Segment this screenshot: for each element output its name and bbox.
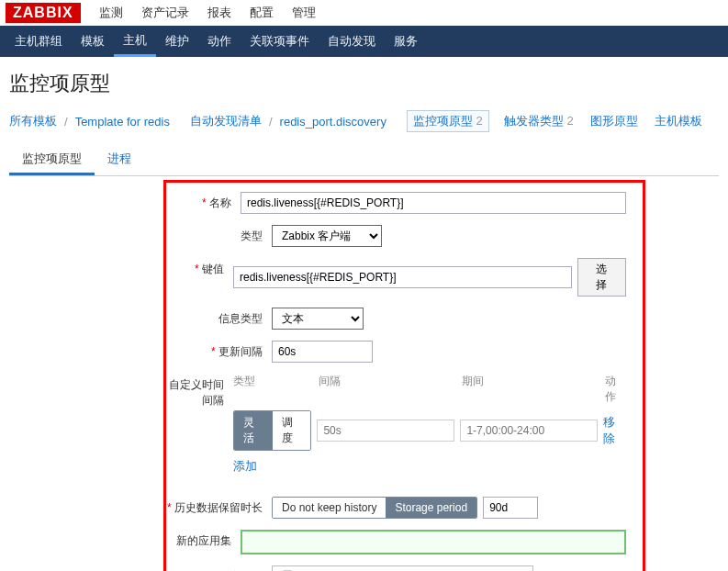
int-head-period: 期间 [462, 374, 605, 405]
int-seg-dispatch[interactable]: 调度 [273, 411, 311, 450]
topmenu-config[interactable]: 配置 [241, 1, 283, 25]
bc-discovery-list[interactable]: 自动发现清单 [190, 113, 262, 129]
select-button[interactable]: 选择 [577, 258, 626, 297]
int-type-seg: 灵活 调度 [233, 410, 311, 451]
appset-none[interactable]: -无- [273, 566, 532, 571]
nav-hostgroups[interactable]: 主机群组 [6, 28, 72, 55]
name-input[interactable] [241, 192, 626, 214]
interval-input[interactable] [272, 341, 373, 363]
int-seg-flexible[interactable]: 灵活 [234, 411, 273, 450]
info-select[interactable]: 文本 [272, 308, 364, 330]
top-bar: ZABBIX 监测 资产记录 报表 配置 管理 [0, 0, 728, 26]
nav-correlation[interactable]: 关联项事件 [241, 28, 319, 55]
subtab-item-proto[interactable]: 监控项原型 [9, 145, 95, 175]
logo: ZABBIX [6, 3, 81, 23]
bc-template[interactable]: Template for redis [75, 115, 170, 129]
int-add-link[interactable]: 添加 [233, 459, 257, 473]
top-menu: 监测 资产记录 报表 配置 管理 [90, 1, 325, 25]
nav-maintenance[interactable]: 维护 [156, 28, 198, 55]
topmenu-reports[interactable]: 报表 [198, 1, 241, 25]
subtab-process[interactable]: 进程 [95, 145, 144, 175]
subtabs: 监控项原型 进程 [9, 145, 719, 176]
label-custom-int: 自定义时间间隔 [166, 374, 233, 409]
second-nav: 主机群组 模板 主机 维护 动作 关联项事件 自动发现 服务 [0, 26, 728, 57]
bc-host-proto[interactable]: 主机模板 [655, 113, 702, 129]
history-value-input[interactable] [483, 497, 538, 519]
bc-trigger-proto[interactable]: 触发器类型 2 [504, 113, 574, 129]
form-area: 名称 类型 Zabbix 客户端 键值 选择 信息类型 文本 更新间隔 自定义时… [163, 180, 645, 571]
topmenu-admin[interactable]: 管理 [283, 1, 325, 25]
label-name: 名称 [166, 192, 241, 211]
label-key: 键值 [166, 258, 233, 277]
label-interval: 更新间隔 [166, 341, 272, 360]
int-interval-input[interactable] [317, 420, 454, 442]
label-type: 类型 [166, 225, 272, 244]
history-seg: Do not keep history Storage period [272, 497, 477, 519]
type-select[interactable]: Zabbix 客户端 [272, 225, 382, 247]
nav-actions[interactable]: 动作 [198, 28, 241, 55]
key-input[interactable] [233, 266, 572, 288]
int-head-type: 类型 [233, 374, 319, 405]
label-info: 信息类型 [166, 308, 272, 327]
int-head-interval: 间隔 [319, 374, 462, 405]
appset-list[interactable]: -无- redis [272, 565, 533, 571]
nav-hosts[interactable]: 主机 [114, 27, 156, 57]
nav-templates[interactable]: 模板 [72, 28, 114, 55]
bc-sep2: / [265, 115, 276, 129]
bc-item-proto[interactable]: 监控项原型 2 [407, 110, 489, 132]
nav-services[interactable]: 服务 [385, 28, 427, 55]
label-appset: 应用集 [166, 565, 272, 571]
int-head-action: 动作 [605, 374, 626, 405]
bc-graph-proto[interactable]: 图形原型 [590, 113, 638, 129]
bc-rule[interactable]: redis_port.discovery [280, 115, 386, 129]
newapp-input[interactable] [241, 530, 626, 554]
nav-discovery[interactable]: 自动发现 [319, 28, 385, 55]
topmenu-monitor[interactable]: 监测 [90, 1, 132, 25]
page-title: 监控项原型 [0, 57, 728, 106]
label-history: 历史数据保留时长 [166, 497, 272, 516]
history-nokeep[interactable]: Do not keep history [273, 498, 386, 518]
int-period-input[interactable] [460, 420, 598, 442]
breadcrumb: 所有模板 / Template for redis 自动发现清单 / redis… [0, 106, 728, 140]
label-newapp: 新的应用集 [166, 530, 241, 549]
bc-all-templates[interactable]: 所有模板 [9, 113, 57, 129]
topmenu-inventory[interactable]: 资产记录 [132, 1, 198, 25]
int-remove-link[interactable]: 移除 [603, 414, 626, 447]
bc-sep: / [61, 115, 72, 129]
history-storage[interactable]: Storage period [386, 498, 476, 518]
